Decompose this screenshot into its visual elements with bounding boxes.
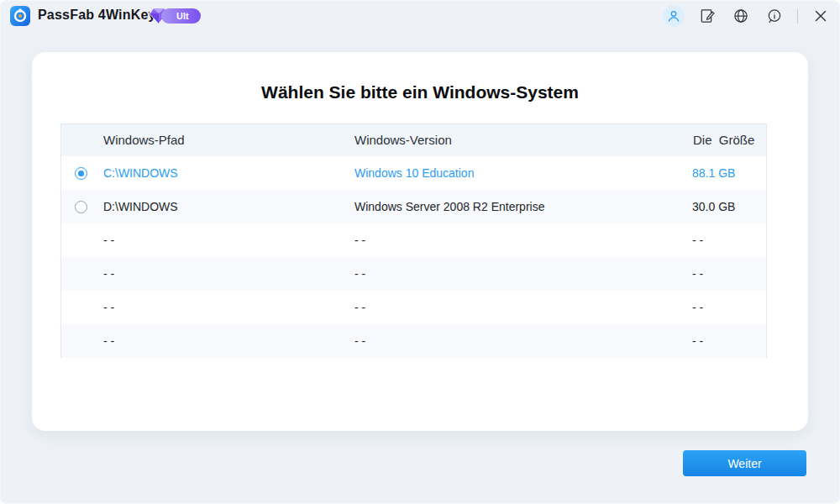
table-row[interactable]: C:\WINDOWS Windows 10 Education 88.1 GB (61, 156, 766, 190)
cell-size: - - (692, 291, 703, 324)
table-row[interactable]: - - - - - - (61, 291, 766, 324)
cell-size: - - (692, 257, 703, 291)
table-header-row: Windows-Pfad Windows-Version Die Größe (61, 124, 766, 156)
cell-path: - - (103, 223, 114, 257)
content-card: Wählen Sie bitte ein Windows-System Wind… (32, 52, 808, 431)
app-title: PassFab 4WinKey (38, 8, 156, 23)
app-logo-icon (10, 6, 30, 26)
cell-version: - - (354, 324, 365, 358)
titlebar: PassFab 4WinKey Ult (0, 0, 840, 32)
page-title: Wählen Sie bitte ein Windows-System (32, 82, 808, 102)
row-radio[interactable] (75, 201, 87, 213)
table-row[interactable]: - - - - - - (61, 257, 766, 291)
language-globe-icon[interactable] (730, 5, 752, 27)
app-window: PassFab 4WinKey Ult (0, 0, 840, 504)
info-icon[interactable] (764, 5, 785, 27)
column-header-path: Windows-Pfad (103, 124, 185, 156)
user-icon[interactable] (663, 5, 685, 27)
table-body: C:\WINDOWS Windows 10 Education 88.1 GB … (61, 156, 766, 358)
row-radio[interactable] (75, 167, 87, 180)
register-note-icon[interactable] (696, 5, 718, 27)
cell-size: - - (692, 223, 703, 257)
cell-size: 88.1 GB (692, 156, 735, 190)
cell-version: - - (354, 223, 365, 257)
table-row[interactable]: D:\WINDOWS Windows Server 2008 R2 Enterp… (61, 190, 766, 223)
titlebar-divider (797, 9, 798, 24)
table-row[interactable]: - - - - - - (61, 324, 766, 358)
cell-path: D:\WINDOWS (103, 190, 178, 223)
column-header-version: Windows-Version (354, 124, 452, 156)
cell-version: - - (354, 257, 365, 291)
cell-path: C:\WINDOWS (103, 156, 178, 190)
weiter-button[interactable]: Weiter (683, 450, 806, 476)
windows-system-table: Windows-Pfad Windows-Version Die Größe C… (60, 123, 767, 358)
cell-path: - - (103, 324, 114, 358)
cell-size: - - (692, 324, 703, 358)
cell-version: Windows 10 Education (354, 156, 474, 190)
cell-size: 30.0 GB (692, 190, 735, 223)
cell-version: Windows Server 2008 R2 Enterprise (354, 190, 544, 223)
close-icon[interactable] (810, 5, 832, 27)
cell-path: - - (103, 291, 114, 324)
cell-version: - - (354, 291, 365, 324)
cell-path: - - (103, 257, 114, 291)
titlebar-actions (663, 0, 832, 32)
column-header-size: Die Größe (693, 124, 754, 156)
license-badge[interactable]: Ult (161, 8, 201, 24)
table-row[interactable]: - - - - - - (61, 223, 766, 257)
